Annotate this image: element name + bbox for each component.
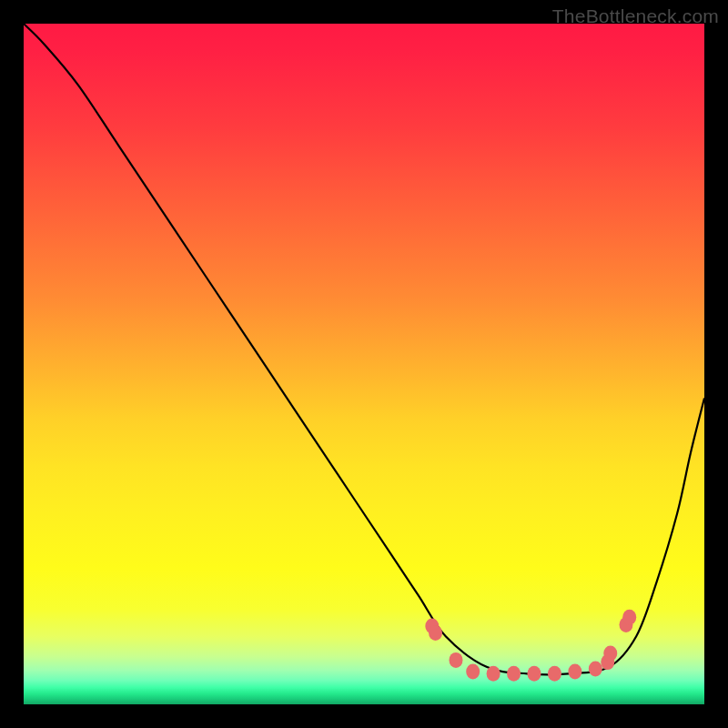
trough-marker — [487, 666, 500, 682]
curve-layer — [24, 24, 704, 704]
trough-marker — [449, 652, 462, 668]
trough-marker — [548, 666, 561, 682]
trough-marker — [589, 662, 602, 677]
plot-area — [24, 24, 704, 704]
bottleneck-curve-chart: TheBottleneck.com — [0, 0, 728, 728]
trough-marker — [429, 625, 442, 641]
trough-marker — [507, 666, 521, 682]
trough-marker — [568, 664, 581, 680]
trough-marker — [466, 664, 480, 680]
trough-marker — [603, 645, 617, 661]
bottleneck-curve — [24, 24, 704, 674]
trough-marker — [528, 666, 541, 682]
trough-marker — [622, 610, 636, 625]
marker-group — [425, 610, 636, 682]
